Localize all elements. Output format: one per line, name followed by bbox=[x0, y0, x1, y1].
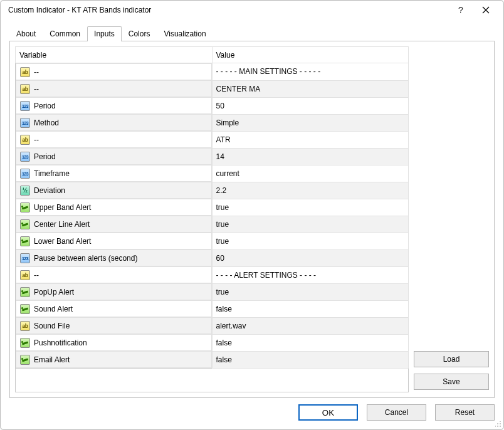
table-row[interactable]: Period14 bbox=[16, 148, 409, 165]
variable-name: Period bbox=[34, 102, 207, 110]
double-icon bbox=[20, 186, 30, 196]
value-cell[interactable]: 2.2 bbox=[212, 182, 409, 199]
value-cell[interactable]: - - - - ALERT SETTINGS - - - - bbox=[212, 266, 409, 283]
variable-name: Email Alert bbox=[34, 355, 207, 364]
tab-inputs[interactable]: Inputs bbox=[87, 26, 122, 41]
boolean-icon bbox=[20, 355, 30, 365]
variable-cell[interactable]: Method bbox=[16, 114, 212, 131]
variable-name: Period bbox=[34, 152, 207, 161]
variable-cell[interactable]: Pushnotification bbox=[16, 334, 212, 351]
table-row[interactable]: Lower Band Alerttrue bbox=[16, 233, 409, 249]
load-button[interactable]: Load bbox=[414, 351, 489, 367]
integer-icon bbox=[20, 101, 30, 111]
cancel-button[interactable]: Cancel bbox=[367, 404, 426, 421]
table-row[interactable]: Upper Band Alerttrue bbox=[16, 199, 409, 216]
table-row[interactable]: MethodSimple bbox=[16, 114, 409, 131]
tab-strip: About Common Inputs Colors Visualization bbox=[9, 26, 495, 41]
value-cell[interactable]: true bbox=[212, 283, 409, 300]
column-header-variable[interactable]: Variable bbox=[16, 47, 213, 63]
ok-button[interactable]: OK bbox=[298, 404, 358, 421]
value-cell[interactable]: CENTER MA bbox=[212, 80, 409, 97]
variable-cell[interactable]: -- bbox=[16, 63, 212, 80]
table-row[interactable]: --ATR bbox=[16, 131, 409, 148]
save-button[interactable]: Save bbox=[414, 374, 489, 390]
tab-panel: Variable Value --- - - - - MAIN SETTINGS… bbox=[9, 41, 495, 398]
grid-empty-area bbox=[15, 369, 409, 392]
table-row[interactable]: --- - - - ALERT SETTINGS - - - - bbox=[16, 266, 409, 283]
boolean-icon bbox=[20, 236, 30, 246]
close-button[interactable] bbox=[473, 1, 498, 19]
table-row[interactable]: Email Alertfalse bbox=[16, 351, 409, 369]
variable-cell[interactable]: -- bbox=[16, 266, 212, 283]
tab-colors[interactable]: Colors bbox=[122, 26, 157, 41]
value-cell[interactable]: true bbox=[212, 216, 409, 233]
boolean-icon bbox=[20, 338, 30, 348]
dialog-window: Custom Indicator - KT ATR Bands indicato… bbox=[0, 0, 504, 430]
variable-cell[interactable]: Timeframe bbox=[16, 165, 212, 182]
boolean-icon bbox=[20, 304, 30, 314]
variable-cell[interactable]: Deviation bbox=[16, 182, 212, 199]
variable-name: PopUp Alert bbox=[34, 288, 207, 296]
variable-cell[interactable]: -- bbox=[16, 80, 212, 97]
value-cell[interactable]: false bbox=[212, 351, 409, 369]
variable-cell[interactable]: Sound File bbox=[16, 317, 212, 334]
value-cell[interactable]: 60 bbox=[212, 249, 409, 266]
parameters-grid-wrap: Variable Value --- - - - - MAIN SETTINGS… bbox=[15, 46, 409, 392]
value-cell[interactable]: current bbox=[212, 165, 409, 182]
variable-cell[interactable]: Period bbox=[16, 148, 212, 165]
table-row[interactable]: --- - - - - MAIN SETTINGS - - - - - bbox=[16, 63, 409, 81]
help-button[interactable]: ? bbox=[448, 1, 473, 19]
value-cell[interactable]: ATR bbox=[212, 131, 409, 148]
value-cell[interactable]: false bbox=[212, 334, 409, 351]
variable-name: -- bbox=[34, 68, 207, 76]
table-row[interactable]: --CENTER MA bbox=[16, 80, 409, 97]
window-title: Custom Indicator - KT ATR Bands indicato… bbox=[6, 6, 448, 14]
tab-common[interactable]: Common bbox=[43, 26, 87, 41]
value-cell[interactable]: - - - - - MAIN SETTINGS - - - - - bbox=[212, 63, 409, 81]
value-cell[interactable]: Simple bbox=[212, 114, 409, 131]
variable-cell[interactable]: Center Line Alert bbox=[16, 216, 212, 233]
variable-name: Pause between alerts (second) bbox=[34, 254, 207, 263]
content-area: About Common Inputs Colors Visualization… bbox=[1, 19, 503, 429]
variable-name: Sound Alert bbox=[34, 305, 207, 313]
string-icon bbox=[20, 135, 30, 145]
value-cell[interactable]: 50 bbox=[212, 97, 409, 114]
variable-cell[interactable]: -- bbox=[16, 131, 212, 148]
variable-cell[interactable]: Lower Band Alert bbox=[16, 233, 212, 249]
value-cell[interactable]: true bbox=[212, 199, 409, 216]
variable-name: Pushnotification bbox=[34, 338, 207, 347]
variable-cell[interactable]: Email Alert bbox=[16, 351, 212, 368]
value-cell[interactable]: 14 bbox=[212, 148, 409, 165]
table-row[interactable]: Sound Alertfalse bbox=[16, 300, 409, 317]
value-cell[interactable]: false bbox=[212, 300, 409, 317]
boolean-icon bbox=[20, 219, 30, 229]
variable-cell[interactable]: Sound Alert bbox=[16, 300, 212, 317]
integer-icon bbox=[20, 118, 30, 128]
table-row[interactable]: Pause between alerts (second)60 bbox=[16, 249, 409, 266]
variable-cell[interactable]: Upper Band Alert bbox=[16, 199, 212, 216]
reset-button[interactable]: Reset bbox=[435, 404, 495, 421]
footer-buttons: OK Cancel Reset bbox=[9, 404, 495, 421]
variable-cell[interactable]: Pause between alerts (second) bbox=[16, 249, 212, 266]
integer-icon bbox=[20, 152, 30, 162]
value-cell[interactable]: alert.wav bbox=[212, 317, 409, 334]
table-row[interactable]: Period50 bbox=[16, 97, 409, 114]
side-button-column: Load Save bbox=[414, 46, 489, 392]
tab-about[interactable]: About bbox=[9, 26, 43, 41]
table-row[interactable]: Timeframecurrent bbox=[16, 165, 409, 182]
titlebar: Custom Indicator - KT ATR Bands indicato… bbox=[1, 1, 503, 19]
variable-name: -- bbox=[34, 271, 207, 280]
resize-grip-icon[interactable] bbox=[495, 421, 501, 427]
column-header-value[interactable]: Value bbox=[212, 47, 409, 63]
table-row[interactable]: Center Line Alerttrue bbox=[16, 216, 409, 233]
table-row[interactable]: Sound Filealert.wav bbox=[16, 317, 409, 334]
table-row[interactable]: Pushnotificationfalse bbox=[16, 334, 409, 351]
parameters-grid[interactable]: Variable Value --- - - - - MAIN SETTINGS… bbox=[15, 46, 409, 369]
table-row[interactable]: PopUp Alerttrue bbox=[16, 283, 409, 300]
table-row[interactable]: Deviation2.2 bbox=[16, 182, 409, 199]
variable-cell[interactable]: PopUp Alert bbox=[16, 283, 212, 300]
variable-cell[interactable]: Period bbox=[16, 97, 212, 114]
tab-visualization[interactable]: Visualization bbox=[157, 26, 213, 41]
close-icon bbox=[482, 6, 490, 14]
value-cell[interactable]: true bbox=[212, 233, 409, 249]
